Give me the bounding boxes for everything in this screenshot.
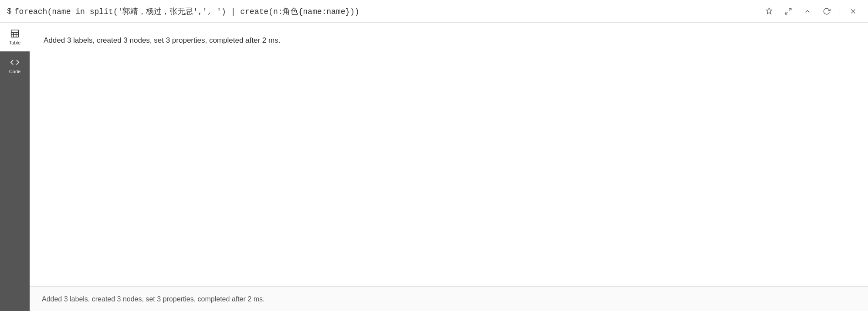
expand-icon — [784, 7, 792, 15]
status-bar: Added 3 labels, created 3 nodes, set 3 p… — [30, 287, 868, 311]
main-area: Table Code Added 3 labels, created 3 nod… — [0, 23, 868, 311]
toolbar: $ foreach(name in split('郭靖，杨过，张无忌',', '… — [0, 0, 868, 23]
toolbar-divider — [840, 6, 840, 17]
refresh-icon — [823, 7, 831, 15]
sidebar-item-code[interactable]: Code — [0, 51, 30, 80]
expand-button[interactable] — [780, 3, 796, 19]
svg-line-1 — [785, 12, 787, 14]
collapse-button[interactable] — [800, 3, 815, 19]
command-bar: $ foreach(name in split('郭靖，杨过，张无忌',', '… — [7, 6, 761, 17]
dollar-sign: $ — [7, 7, 12, 16]
pin-button[interactable] — [761, 3, 777, 19]
sidebar-code-label: Code — [9, 69, 20, 74]
chevron-up-icon — [804, 7, 811, 15]
refresh-button[interactable] — [819, 3, 834, 19]
svg-line-0 — [789, 8, 791, 10]
code-icon — [10, 57, 20, 67]
sidebar-item-table[interactable]: Table — [0, 23, 30, 51]
command-text: foreach(name in split('郭靖，杨过，张无忌',', ') … — [14, 6, 359, 17]
close-button[interactable] — [845, 3, 861, 19]
svg-rect-4 — [11, 30, 19, 37]
status-text: Added 3 labels, created 3 nodes, set 3 p… — [42, 295, 264, 303]
sidebar: Table Code — [0, 23, 30, 311]
pin-icon — [765, 7, 773, 15]
sidebar-table-label: Table — [9, 40, 20, 45]
result-main-text: Added 3 labels, created 3 nodes, set 3 p… — [44, 35, 854, 46]
result-main: Added 3 labels, created 3 nodes, set 3 p… — [30, 23, 868, 287]
content-area: Added 3 labels, created 3 nodes, set 3 p… — [30, 23, 868, 311]
toolbar-actions — [761, 3, 861, 19]
close-icon — [849, 7, 857, 15]
table-icon — [10, 29, 20, 38]
